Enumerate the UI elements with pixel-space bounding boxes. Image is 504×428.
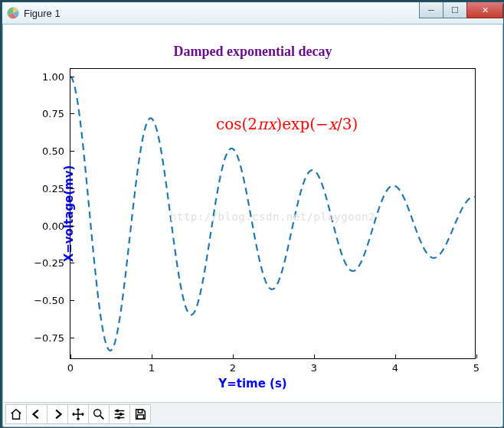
y-tick-label: 0.50 bbox=[42, 146, 64, 156]
x-tick-label: 0 bbox=[67, 363, 74, 373]
svg-point-3 bbox=[119, 413, 122, 416]
x-tick-label: 5 bbox=[473, 363, 479, 373]
plot-axes: http://blog.csdn.net/playgoon2 cos(2πx)e… bbox=[70, 68, 476, 359]
subplots-icon bbox=[113, 407, 126, 421]
svg-point-4 bbox=[118, 417, 120, 419]
zoom-button[interactable] bbox=[88, 404, 110, 424]
back-icon bbox=[30, 407, 44, 421]
home-button[interactable] bbox=[5, 404, 27, 424]
x-tick-label: 1 bbox=[149, 363, 155, 373]
save-button[interactable] bbox=[129, 404, 151, 424]
svg-rect-6 bbox=[137, 415, 143, 419]
x-axis-label: Y=time (s) bbox=[8, 377, 497, 390]
figure-canvas[interactable]: Damped exponential decay X=voltage(mv) Y… bbox=[8, 30, 497, 397]
svg-rect-5 bbox=[138, 410, 142, 413]
forward-icon bbox=[51, 407, 64, 421]
pan-icon bbox=[71, 407, 85, 421]
forward-button[interactable] bbox=[47, 404, 68, 424]
save-icon bbox=[133, 407, 147, 421]
matplotlib-app-icon bbox=[7, 7, 19, 19]
figure-window: Figure 1 ─ ☐ ✕ Damped exponential decay … bbox=[2, 2, 504, 428]
subplots-button[interactable] bbox=[109, 404, 130, 424]
formula-annotation: cos(2πx)exp(−x/3) bbox=[216, 115, 358, 133]
y-tick-label: −0.25 bbox=[34, 258, 64, 268]
back-button[interactable] bbox=[26, 404, 47, 424]
svg-point-1 bbox=[94, 410, 101, 417]
window-buttons: ─ ☐ ✕ bbox=[419, 2, 503, 18]
plot-title: Damped exponential decay bbox=[8, 44, 497, 60]
x-tick-label: 2 bbox=[230, 363, 236, 373]
close-button[interactable]: ✕ bbox=[466, 2, 503, 18]
maximize-button[interactable]: ☐ bbox=[443, 2, 467, 18]
y-tick-label: 0.75 bbox=[42, 109, 64, 119]
svg-point-2 bbox=[116, 410, 119, 412]
window-title: Figure 1 bbox=[24, 8, 61, 19]
y-tick-label: 0.25 bbox=[42, 183, 64, 193]
y-tick-label: 0.00 bbox=[42, 221, 64, 230]
x-tick-label: 3 bbox=[311, 363, 317, 373]
y-tick-label: −0.75 bbox=[34, 332, 64, 342]
zoom-icon bbox=[92, 407, 106, 421]
watermark-text: http://blog.csdn.net/playgoon2 bbox=[70, 211, 475, 223]
y-tick-label: −0.50 bbox=[34, 296, 64, 305]
x-tick-label: 4 bbox=[392, 363, 398, 373]
y-tick-label: 1.00 bbox=[42, 71, 64, 81]
pan-button[interactable] bbox=[67, 404, 89, 424]
minimize-button[interactable]: ─ bbox=[419, 2, 443, 18]
titlebar[interactable]: Figure 1 ─ ☐ ✕ bbox=[2, 2, 503, 25]
home-icon bbox=[9, 407, 23, 421]
nav-toolbar bbox=[4, 402, 502, 426]
